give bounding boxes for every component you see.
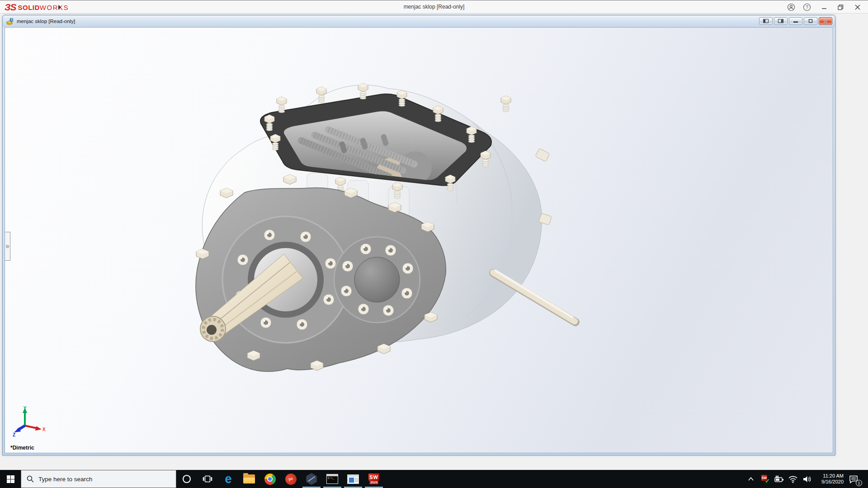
pane-left-icon[interactable] [759, 17, 773, 25]
account-icon[interactable] [784, 2, 798, 12]
task-view-button[interactable] [197, 470, 218, 488]
side-bearing-cover[interactable] [334, 237, 420, 323]
document-title: menjac sklop [Read-only] [17, 19, 75, 24]
solidworks-2020-icon: SW 2020 [368, 474, 379, 484]
command-prompt-button[interactable]: C:\_ [322, 470, 343, 488]
orientation-triad: Y X Z [11, 405, 50, 437]
z-axis-label: Z [13, 432, 15, 437]
hexagon-app-icon [306, 473, 317, 485]
volume-icon[interactable] [802, 475, 812, 483]
close-icon[interactable] [851, 2, 864, 12]
hexagon-app-button[interactable] [301, 470, 322, 488]
clock[interactable]: 11:20 AM 9/16/2020 [816, 473, 844, 485]
tray-date: 9/16/2020 [816, 479, 844, 485]
x-axis-label: X [42, 427, 46, 432]
collapsed-panel-tab[interactable] [5, 232, 10, 261]
power-icon[interactable] [774, 474, 784, 483]
chrome-icon [264, 474, 276, 485]
document-window: menjac sklop [Read-only] [2, 15, 835, 455]
wifi-icon[interactable] [788, 475, 798, 483]
solidworks-monitor-icon[interactable]: SW✓ [760, 475, 770, 483]
solidworks-2020-button[interactable]: SW 2020 [363, 470, 384, 488]
file-explorer-button[interactable] [239, 470, 259, 488]
y-axis-label: Y [24, 406, 27, 411]
cortana-icon [182, 474, 192, 484]
snipping-tool-icon: ✂ [283, 472, 298, 486]
command-prompt-icon: C:\_ [326, 474, 338, 484]
photo-viewer-button[interactable] [343, 470, 363, 488]
pane-right-icon[interactable] [774, 17, 788, 25]
tray-expand-chevron-icon[interactable] [745, 477, 756, 481]
panel-handle-icon [6, 245, 9, 248]
minimize-icon[interactable] [817, 2, 831, 12]
notification-badge: 1 [856, 480, 862, 486]
action-center-button[interactable]: 1 [847, 475, 860, 483]
cortana-button[interactable] [176, 470, 197, 488]
chrome-button[interactable] [259, 470, 280, 488]
photo-viewer-icon [347, 474, 359, 484]
app-titlebar: ЗS SOLID WORKS menjac sklop [Read-only] … [0, 0, 868, 14]
task-view-icon [203, 474, 212, 483]
gearbox-model[interactable] [5, 28, 833, 453]
snipping-tool-button[interactable]: ✂ [280, 470, 301, 488]
help-icon[interactable]: ? [800, 2, 814, 12]
search-placeholder: Type here to search [38, 476, 92, 483]
doc-restore-icon[interactable] [804, 17, 817, 25]
view-orientation-label: *Dimetric [10, 445, 34, 451]
document-titlebar[interactable]: menjac sklop [Read-only] [3, 15, 835, 27]
tray-time: 11:20 AM [816, 473, 844, 479]
svg-text:?: ? [806, 5, 808, 10]
system-tray: SW✓ 11:20 AM 9/16/2020 1 [745, 470, 868, 488]
edge-button[interactable]: e [218, 470, 239, 488]
app-title: menjac sklop [Read-only] [0, 4, 868, 10]
search-input[interactable]: Type here to search [21, 470, 176, 488]
file-explorer-icon [243, 474, 255, 483]
graphics-viewport[interactable]: Y X Z *Dimetric [5, 27, 833, 453]
doc-close-icon[interactable] [819, 17, 832, 25]
restore-icon[interactable] [834, 2, 847, 12]
search-icon [27, 475, 34, 483]
start-button[interactable] [0, 470, 21, 488]
edge-icon: e [225, 473, 231, 485]
doc-minimize-icon[interactable] [789, 17, 802, 25]
assembly-document-icon [6, 18, 14, 25]
taskbar: Type here to search e ✂ C:\_ SW 2020 SW✓ [0, 470, 868, 488]
